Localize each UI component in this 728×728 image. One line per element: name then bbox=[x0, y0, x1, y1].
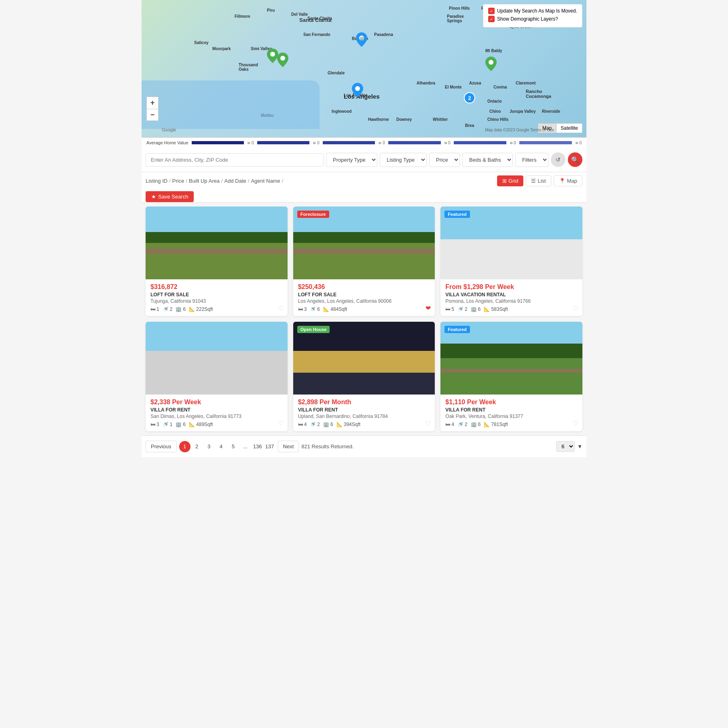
map-pin-2[interactable] bbox=[267, 49, 278, 65]
listing-beds-6: 🛏 4 bbox=[445, 422, 454, 427]
listing-type-dropdown[interactable]: Listing Type bbox=[380, 153, 427, 167]
listing-price-1: $316,872 bbox=[150, 283, 283, 291]
sort-built-up-area[interactable]: Built Up Area bbox=[189, 178, 220, 184]
refresh-button[interactable]: ↺ bbox=[551, 152, 565, 167]
page-number-136[interactable]: 136 bbox=[252, 441, 263, 452]
listing-card-3[interactable]: Featured From $1,298 Per Week VILLA VACA… bbox=[440, 207, 582, 316]
sqft-icon: 📐 bbox=[323, 306, 329, 312]
listing-card-6[interactable]: Featured $1,110 Per Week VILLA FOR RENT … bbox=[440, 322, 582, 431]
listing-stats-6: 🛏 4 🚿 2 🏢 6 📐 781Sqft bbox=[445, 422, 578, 427]
bed-icon: 🛏 bbox=[445, 422, 450, 427]
map-label-inglewood: Inglewood bbox=[332, 109, 351, 114]
bed-icon: 🛏 bbox=[298, 306, 303, 312]
bed-icon: 🛏 bbox=[298, 422, 303, 427]
listing-floors-4: 🏢 6 bbox=[176, 422, 186, 427]
listing-type-3: VILLA VACATION RENTAL bbox=[445, 292, 578, 298]
map-type-satellite-button[interactable]: Satellite bbox=[556, 123, 582, 133]
demographic-checkbox-icon: ✓ bbox=[488, 16, 495, 22]
listing-card-5[interactable]: Open House $2,898 Per Month VILLA FOR RE… bbox=[293, 322, 435, 431]
update-checkbox-label[interactable]: Update My Search As Map Is Moved. bbox=[497, 8, 577, 14]
sort-links: Listing ID / Price / Built Up Area / Add… bbox=[146, 178, 283, 184]
list-view-button[interactable]: ☰ List bbox=[526, 175, 551, 186]
listing-price-3: From $1,298 Per Week bbox=[445, 283, 578, 291]
filters-dropdown[interactable]: Filters bbox=[515, 153, 548, 167]
previous-button[interactable]: Previous bbox=[146, 441, 177, 452]
page-number-5[interactable]: 5 bbox=[228, 441, 239, 452]
map-pin-5[interactable] bbox=[352, 83, 363, 99]
bar-seg-3 bbox=[323, 141, 375, 144]
map-label-jurupa-valley: Jurupa Valley bbox=[510, 109, 535, 114]
map-label-glendale: Glendale bbox=[328, 71, 345, 75]
listing-address-2: Los Angeles, Los Angeles, California 900… bbox=[298, 298, 430, 304]
bar-val-2: ≅ 0 bbox=[313, 141, 319, 145]
listing-image-4[interactable] bbox=[146, 322, 288, 395]
bath-icon: 🚿 bbox=[310, 306, 316, 312]
search-button[interactable]: 🔍 bbox=[568, 152, 582, 167]
listing-stats-2: 🛏 3 🚿 6 📐 484Sqft bbox=[298, 306, 430, 312]
page-number-3[interactable]: 3 bbox=[203, 441, 215, 452]
listing-card-1[interactable]: $316,872 LOFT FOR SALE Tujunga, Californ… bbox=[146, 207, 288, 316]
listing-image-6[interactable]: Featured bbox=[440, 322, 582, 395]
page-number-2[interactable]: 2 bbox=[191, 441, 203, 452]
map-view-button[interactable]: 📍 Map bbox=[554, 175, 582, 186]
map-pin-1[interactable]: 🏢 bbox=[356, 32, 367, 49]
listing-image-5[interactable]: Open House bbox=[293, 322, 435, 395]
beds-baths-dropdown[interactable]: Beds & Baths bbox=[462, 153, 513, 167]
map-label-azusa: Azusa bbox=[469, 81, 481, 85]
next-button[interactable]: Next bbox=[278, 441, 299, 452]
zoom-in-button[interactable]: + bbox=[146, 97, 159, 109]
favorite-button-5[interactable]: ♡ bbox=[425, 420, 431, 427]
favorite-button-1[interactable]: ♡ bbox=[278, 304, 284, 312]
listing-card-2[interactable]: Foreclosure $250,436 LOFT FOR SALE Los A… bbox=[293, 207, 435, 316]
listing-body-6: $1,110 Per Week VILLA FOR RENT Oak Park,… bbox=[440, 395, 582, 431]
save-search-button[interactable]: ★ Save Search bbox=[146, 191, 194, 202]
sort-agent-name[interactable]: Agent Name bbox=[251, 178, 280, 184]
avg-home-label: Average Home Value bbox=[146, 140, 188, 145]
map-cluster-badge[interactable]: 2 bbox=[464, 92, 475, 103]
update-checkbox-icon: ✓ bbox=[488, 8, 495, 14]
price-dropdown[interactable]: Price bbox=[429, 153, 460, 167]
sort-price[interactable]: Price bbox=[172, 178, 184, 184]
svg-point-2 bbox=[270, 52, 275, 57]
favorite-button-2[interactable]: ❤ bbox=[425, 304, 431, 312]
page-number-1[interactable]: 1 bbox=[179, 441, 190, 452]
svg-point-5 bbox=[355, 86, 360, 91]
favorite-button-3[interactable]: ♡ bbox=[573, 304, 578, 312]
map-label-thousand-oaks: ThousandOaks bbox=[239, 63, 258, 72]
zoom-out-button[interactable]: − bbox=[146, 109, 159, 121]
map-container: Fillmore Piru Del Valle Santa Clarita Sa… bbox=[142, 0, 586, 137]
map-label-covina: Covina bbox=[493, 85, 507, 89]
sort-listing-id[interactable]: Listing ID bbox=[146, 178, 167, 184]
property-type-dropdown[interactable]: Property Type bbox=[326, 153, 377, 167]
per-page-select[interactable]: 6 bbox=[556, 441, 575, 452]
avg-home-bar: Average Home Value ≅ 0 ≅ 0 ≅ 0 ≅ 0 ≅ 0 ≅… bbox=[142, 137, 586, 148]
listing-image-2[interactable]: Foreclosure bbox=[293, 207, 435, 279]
favorite-button-6[interactable]: ♡ bbox=[573, 420, 578, 427]
svg-point-4 bbox=[489, 60, 493, 65]
search-input[interactable] bbox=[146, 153, 324, 167]
listing-image-3[interactable]: Featured bbox=[440, 207, 582, 279]
bar-seg-5 bbox=[454, 141, 506, 144]
map-label-piru: Piru bbox=[267, 8, 275, 13]
map-label-pasadena: Pasadena bbox=[374, 32, 393, 37]
map-label-ontario: Ontario bbox=[487, 99, 502, 103]
page-number-4[interactable]: 4 bbox=[216, 441, 227, 452]
page-number-...[interactable]: ... bbox=[240, 441, 251, 452]
map-label-fillmore: Fillmore bbox=[235, 14, 250, 19]
map-pin-3[interactable] bbox=[277, 53, 288, 69]
grid-view-button[interactable]: ⊞ Grid bbox=[497, 175, 524, 186]
listing-image-1[interactable] bbox=[146, 207, 288, 279]
map-label-riverside: Riverside bbox=[542, 109, 560, 114]
favorite-button-4[interactable]: ♡ bbox=[278, 420, 284, 427]
sqft-icon: 📐 bbox=[484, 306, 490, 312]
demographic-checkbox-label[interactable]: Show Demographic Layers? bbox=[497, 16, 558, 22]
sqft-icon: 📐 bbox=[189, 306, 195, 312]
listing-badge: Open House bbox=[297, 326, 330, 333]
page-number-137[interactable]: 137 bbox=[264, 441, 275, 452]
sort-add-date[interactable]: Add Date bbox=[224, 178, 246, 184]
map-label-chino: Chino bbox=[489, 109, 501, 114]
map-pin-4[interactable] bbox=[485, 57, 497, 73]
listing-beds-5: 🛏 4 bbox=[298, 422, 307, 427]
listing-card-4[interactable]: $2,338 Per Week VILLA FOR RENT San Dimas… bbox=[146, 322, 288, 431]
listing-baths-6: 🚿 2 bbox=[457, 422, 468, 427]
